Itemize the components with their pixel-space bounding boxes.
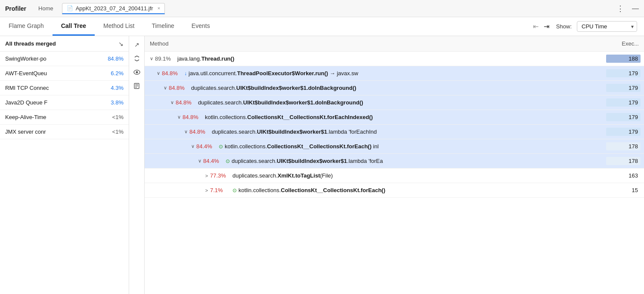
mid-toolbar: ↗ <box>129 36 145 294</box>
thread-name: RMI TCP Connec <box>5 85 109 91</box>
table-row[interactable]: ∨ 84.8% duplicates.search.UIKt$buildInde… <box>145 125 644 139</box>
tree-pct: 7.1% <box>210 187 229 193</box>
method-column-header: Method <box>150 40 604 47</box>
inline-icon: ⊙ <box>219 144 223 150</box>
tab-timeline[interactable]: Timeline <box>143 17 183 36</box>
tree-exec: 179 <box>606 69 641 77</box>
table-row[interactable]: ∨ 84.8% ↓ java.util.concurrent.ThreadPoo… <box>145 66 644 81</box>
tree-pct: 84.4% <box>203 158 222 164</box>
thread-name: Java2D Queue F <box>5 99 109 106</box>
table-row[interactable]: > 7.1% ⊙ kotlin.collections.CollectionsK… <box>145 183 644 198</box>
table-row[interactable]: ∨ 84.8% kotlin.collections.CollectionsKt… <box>145 110 644 125</box>
file-tab[interactable]: 📄 AppKt_2023_07_24_200411.jfr × <box>62 3 165 14</box>
eye-icon[interactable] <box>132 67 142 77</box>
thread-header-label: All threads merged <box>5 40 118 47</box>
title-bar: Profiler Home 📄 AppKt_2023_07_24_200411.… <box>0 0 644 17</box>
notes-icon[interactable] <box>132 81 142 91</box>
tree-toggle[interactable]: ∨ <box>176 114 183 120</box>
tree-method: java.util.concurrent.ThreadPoolExecutor$… <box>189 70 606 77</box>
tree-pct: 84.8% <box>189 129 208 135</box>
sort-icon[interactable]: ↘ <box>118 40 124 47</box>
tree-exec: 179 <box>606 128 641 136</box>
show-label: Show: <box>556 23 572 30</box>
tree-method: duplicates.search.UIKt$buildIndex$worker… <box>191 85 606 91</box>
tree-toggle[interactable]: ∨ <box>169 100 176 105</box>
expand-icon[interactable]: ↗ <box>132 40 142 50</box>
thread-item-jmx[interactable]: JMX server conr <1% <box>0 125 129 139</box>
show-select[interactable]: CPU Time Wall Time Allocated Memory <box>577 21 637 32</box>
tree-toggle[interactable]: ∨ <box>155 70 162 76</box>
thread-header: All threads merged ↘ <box>0 36 129 52</box>
tree-toggle[interactable]: ∨ <box>196 158 203 164</box>
table-row[interactable]: ∨ 84.4% ⊙ kotlin.collections.Collections… <box>145 139 644 154</box>
more-options-icon[interactable]: ⋮ <box>616 4 625 13</box>
thread-pct: 84.8% <box>108 55 124 62</box>
thread-name: AWT-EventQueu <box>5 70 109 77</box>
main-content: All threads merged ↘ SwingWorker-po 84.8… <box>0 36 644 294</box>
minimize-button[interactable]: — <box>632 5 639 12</box>
tab-bar-right: ⇤ ⇥ Show: CPU Time Wall Time Allocated M… <box>531 21 644 32</box>
nav-forward-icon[interactable]: ⇥ <box>542 21 551 32</box>
tree-method: kotlin.collections.CollectionsKt__Collec… <box>238 187 606 193</box>
tree-pct: 84.4% <box>196 143 215 150</box>
home-link[interactable]: Home <box>35 3 57 13</box>
thread-name: Keep-Alive-Time <box>5 114 111 120</box>
exec-column-header: Exec... <box>604 40 639 47</box>
tree-method: duplicates.search.UIKt$buildIndex$worker… <box>212 129 606 135</box>
tab-call-tree[interactable]: Call Tree <box>53 17 95 36</box>
thread-pct: 4.3% <box>111 85 124 91</box>
call-tree-header: Method Exec... <box>145 36 644 52</box>
tab-events[interactable]: Events <box>183 17 219 36</box>
inline-icon: ⊙ <box>232 187 237 193</box>
tree-toggle[interactable]: ∨ <box>183 129 189 135</box>
thread-pct: <1% <box>112 114 124 120</box>
table-row[interactable]: ∨ 84.8% duplicates.search.UIKt$buildInde… <box>145 95 644 110</box>
file-icon: 📄 <box>67 5 73 11</box>
file-tab-name: AppKt_2023_07_24_200411.jfr <box>76 5 153 12</box>
tree-exec: 188 <box>606 55 641 63</box>
tree-pct: 84.8% <box>183 114 201 120</box>
app-name: Profiler <box>5 5 26 12</box>
tree-exec: 179 <box>606 98 641 107</box>
nav-arrows: ⇤ ⇥ <box>531 21 551 32</box>
tree-exec: 163 <box>606 172 641 180</box>
tree-method: duplicates.search.UIKt$buildIndex$worker… <box>232 158 606 164</box>
tree-method: kotlin.collections.CollectionsKt__Collec… <box>205 114 606 120</box>
table-row[interactable]: ∨ 84.8% duplicates.search.UIKt$buildInde… <box>145 81 644 95</box>
call-tree-panel: Method Exec... ∨ 89.1% java.lang.Thread.… <box>145 36 644 294</box>
thread-pct: 3.8% <box>111 99 124 106</box>
thread-pct: 6.2% <box>111 70 124 77</box>
tab-method-list[interactable]: Method List <box>95 17 143 36</box>
show-select-wrapper: CPU Time Wall Time Allocated Memory <box>577 21 637 32</box>
thread-panel: All threads merged ↘ SwingWorker-po 84.8… <box>0 36 129 294</box>
thread-item-java2d[interactable]: Java2D Queue F 3.8% <box>0 95 129 110</box>
tree-method: duplicates.search.UIKt$buildIndex$worker… <box>198 99 606 106</box>
table-row[interactable]: ∨ 89.1% java.lang.Thread.run() 188 <box>145 52 644 66</box>
thread-item-rmi[interactable]: RMI TCP Connec 4.3% <box>0 81 129 95</box>
thread-name: SwingWorker-po <box>5 55 106 62</box>
tab-flame-graph[interactable]: Flame Graph <box>0 17 53 36</box>
collapse-expand-icon[interactable] <box>132 53 142 64</box>
tree-toggle[interactable]: ∨ <box>189 144 196 149</box>
tree-method: duplicates.search.XmlKt.toTagList(File) <box>232 172 606 179</box>
table-row[interactable]: > 77.3% duplicates.search.XmlKt.toTagLis… <box>145 168 644 183</box>
call-tree-rows: ∨ 89.1% java.lang.Thread.run() 188 ∨ 84.… <box>145 52 644 294</box>
down-arrow-icon: ↓ <box>184 70 187 77</box>
tree-exec: 179 <box>606 84 641 92</box>
tree-toggle[interactable]: ∨ <box>162 85 169 91</box>
thread-item-swingworker[interactable]: SwingWorker-po 84.8% <box>0 52 129 66</box>
tree-pct: 84.8% <box>169 85 188 91</box>
tab-bar: Flame Graph Call Tree Method List Timeli… <box>0 17 644 36</box>
close-tab-button[interactable]: × <box>158 6 160 11</box>
tree-toggle[interactable]: > <box>203 188 210 193</box>
thread-name: JMX server conr <box>5 129 111 135</box>
tree-method: java.lang.Thread.run() <box>177 55 606 62</box>
thread-item-keepalive[interactable]: Keep-Alive-Time <1% <box>0 110 129 125</box>
tree-toggle[interactable]: > <box>203 173 210 178</box>
thread-item-awt[interactable]: AWT-EventQueu 6.2% <box>0 66 129 81</box>
tree-exec: 178 <box>606 157 641 165</box>
tree-pct: 77.3% <box>210 172 229 179</box>
tree-toggle[interactable]: ∨ <box>148 56 155 61</box>
table-row[interactable]: ∨ 84.4% ⊙ duplicates.search.UIKt$buildIn… <box>145 154 644 168</box>
nav-back-icon[interactable]: ⇤ <box>531 21 540 32</box>
